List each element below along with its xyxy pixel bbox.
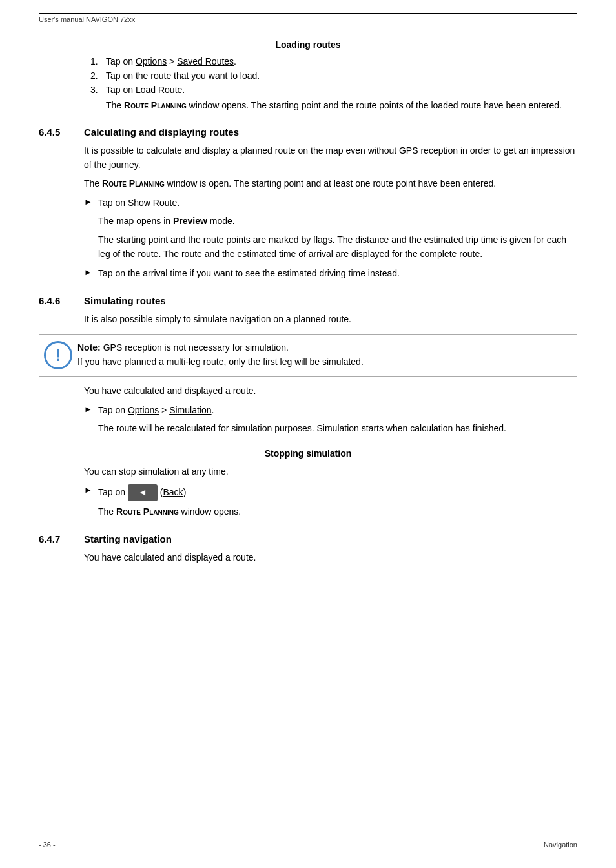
note-exclamation-icon: !	[44, 341, 72, 369]
section-646-sub1: The route will be recalculated for simul…	[98, 422, 577, 436]
stopping-simulation-intro: You can stop simulation at any time.	[84, 465, 577, 479]
bullet-arrow-4: ►	[84, 484, 98, 495]
section-646-intro: It is also possible simply to simulate n…	[84, 313, 577, 327]
step-1-text: Tap on Options > Saved Routes.	[106, 56, 236, 67]
loading-routes-note: The Route Planning window opens. The sta…	[106, 99, 577, 112]
route-planning-ref-2: Route Planning	[102, 178, 165, 189]
content: Loading routes 1. Tap on Options > Saved…	[39, 39, 577, 564]
route-planning-ref-3: Route Planning	[116, 506, 179, 517]
section-646-number: 6.4.6	[39, 295, 84, 306]
section-645-bullet1: ► Tap on Show Route.	[84, 196, 577, 211]
step-2-num: 2.	[90, 70, 106, 81]
stopping-simulation-sub: The Route Planning window opens.	[98, 505, 577, 519]
step-1: 1. Tap on Options > Saved Routes.	[90, 56, 577, 67]
stopping-simulation-bullet-text: Tap on ◄ (Back)	[98, 484, 186, 501]
stopping-simulation-title: Stopping simulation	[39, 448, 577, 459]
section-645-heading: 6.4.5 Calculating and displaying routes	[39, 127, 577, 138]
section-645-bullet1-text: Tap on Show Route.	[98, 196, 180, 211]
section-646-pre-bullet: You have calculated and displayed a rout…	[84, 384, 577, 398]
section-647-intro: You have calculated and displayed a rout…	[84, 551, 577, 565]
simulation-link: Simulation	[169, 405, 211, 415]
step-3-text: Tap on Load Route.	[106, 85, 185, 95]
options-link-2: Options	[128, 405, 159, 415]
route-planning-ref-1: Route Planning	[124, 100, 187, 110]
section-645-bullet2-text: Tap on the arrival time if you want to s…	[98, 267, 400, 281]
options-link: Options	[136, 56, 167, 67]
section-646-heading: 6.4.6 Simulating routes	[39, 295, 577, 306]
preview-bold: Preview	[173, 216, 207, 226]
bullet-arrow-2: ►	[84, 267, 98, 277]
step-1-num: 1.	[90, 56, 106, 67]
page: User's manual NAVIGON 72xx Loading route…	[0, 0, 616, 868]
load-route-link: Load Route	[136, 85, 182, 95]
step-3: 3. Tap on Load Route.	[90, 85, 577, 95]
bullet-arrow-3: ►	[84, 404, 98, 414]
note-line1: GPS reception is not necessary for simul…	[103, 342, 289, 353]
step-2-text: Tap on the route that you want to load.	[106, 70, 260, 81]
section-647-title: Starting navigation	[84, 533, 172, 544]
loading-routes-title: Loading routes	[39, 39, 577, 50]
step-2: 2. Tap on the route that you want to loa…	[90, 70, 577, 81]
back-button-icon: ◄	[128, 484, 158, 501]
loading-routes-steps: 1. Tap on Options > Saved Routes. 2. Tap…	[90, 56, 577, 95]
back-link: Back	[163, 487, 183, 497]
header-line: User's manual NAVIGON 72xx	[39, 13, 577, 26]
show-route-link: Show Route	[128, 198, 177, 208]
section-645-sub2: The starting point and the route points …	[98, 233, 577, 261]
note-icon-container: !	[39, 341, 77, 369]
step-3-num: 3.	[90, 85, 106, 95]
footer-page-number: - 36 -	[39, 841, 56, 849]
stopping-simulation-bullet: ► Tap on ◄ (Back)	[84, 484, 577, 501]
note-content: Note: GPS reception is not necessary for…	[77, 341, 577, 369]
section-645-number: 6.4.5	[39, 127, 84, 138]
bullet-arrow-1: ►	[84, 196, 98, 207]
header-text: User's manual NAVIGON 72xx	[39, 16, 135, 23]
section-645-sub1: The map opens in Preview mode.	[98, 214, 577, 229]
section-646-bullet1: ► Tap on Options > Simulation.	[84, 404, 577, 418]
note-box: ! Note: GPS reception is not necessary f…	[39, 334, 577, 377]
footer-section-label: Navigation	[544, 841, 577, 849]
section-645-title: Calculating and displaying routes	[84, 127, 239, 138]
section-646-title: Simulating routes	[84, 295, 166, 306]
section-645-para1: It is possible to calculate and display …	[84, 144, 577, 172]
note-line2: If you have planned a multi-leg route, o…	[77, 356, 364, 367]
saved-routes-link: Saved Routes	[177, 56, 234, 67]
section-646-bullet1-text: Tap on Options > Simulation.	[98, 404, 214, 418]
footer: - 36 - Navigation	[39, 838, 577, 849]
section-645-para2: The Route Planning window is open. The s…	[84, 177, 577, 191]
note-bold-label: Note:	[77, 342, 101, 353]
section-647-number: 6.4.7	[39, 533, 84, 544]
section-647-heading: 6.4.7 Starting navigation	[39, 533, 577, 544]
section-645-bullet2: ► Tap on the arrival time if you want to…	[84, 267, 577, 281]
